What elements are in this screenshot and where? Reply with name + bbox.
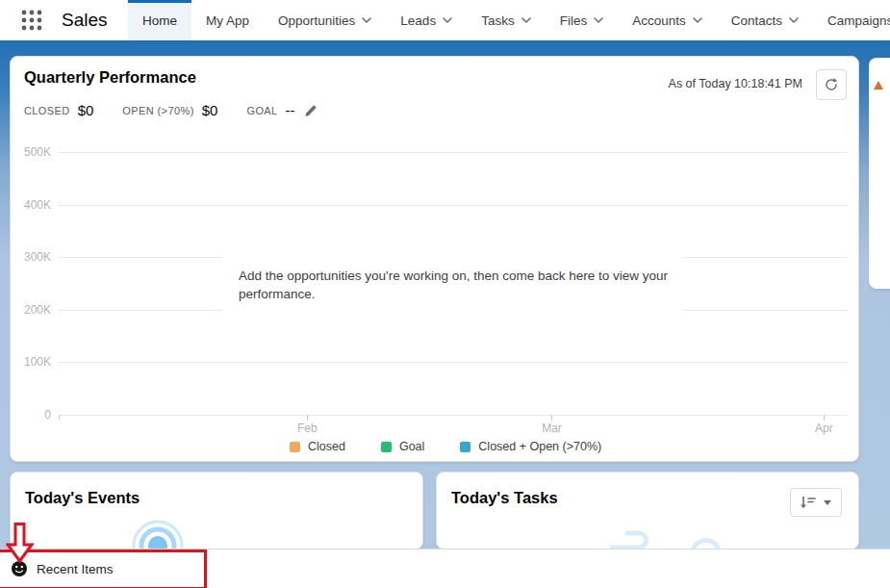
app-launcher-button[interactable] xyxy=(19,8,44,33)
tasks-sort-dropdown-button[interactable] xyxy=(790,488,842,517)
x-axis-tick xyxy=(59,415,60,420)
tab-label: My App xyxy=(206,13,249,28)
legend-label: Closed + Open (>70%) xyxy=(478,440,601,453)
tab-campaigns[interactable]: Campaigns xyxy=(813,0,890,40)
y-axis-label: 400K xyxy=(11,197,51,213)
y-axis-label: 0 xyxy=(11,407,51,422)
chevron-down-icon xyxy=(789,17,799,23)
recent-items-utility-button[interactable]: Recent Items xyxy=(11,560,114,577)
x-axis-tick xyxy=(824,415,825,421)
chart-legend: ClosedGoalClosed + Open (>70%) xyxy=(290,440,601,453)
legend-swatch xyxy=(290,442,300,452)
tab-leads[interactable]: Leads xyxy=(386,0,467,40)
chevron-down-icon xyxy=(521,17,531,23)
tab-label: Opportunities xyxy=(278,13,355,28)
chart-empty-state: Add the opportunities you're working on,… xyxy=(222,249,684,320)
todays-tasks-card: Today's Tasks xyxy=(436,472,859,550)
todays-events-title: Today's Events xyxy=(25,489,140,507)
utility-bar: Recent Items xyxy=(0,549,890,588)
todays-events-card: Today's Events xyxy=(10,472,423,550)
y-axis-label: 100K xyxy=(11,354,51,370)
recent-items-label: Recent Items xyxy=(37,562,114,576)
gridline xyxy=(59,362,848,363)
assistant-flame-icon xyxy=(874,81,883,90)
gridline xyxy=(59,152,848,153)
x-axis-label: Feb xyxy=(284,422,330,435)
tasks-empty-illustration-icon xyxy=(600,525,725,550)
chevron-down-icon xyxy=(443,17,452,23)
tab-files[interactable]: Files xyxy=(546,0,619,40)
chart-empty-message: Add the opportunities you're working on,… xyxy=(239,267,684,304)
y-axis-label: 200K xyxy=(11,302,51,318)
tab-label: Tasks xyxy=(481,13,515,28)
chevron-down-icon xyxy=(693,17,702,23)
tab-tasks[interactable]: Tasks xyxy=(467,0,546,40)
gridline xyxy=(59,205,848,206)
todays-tasks-title: Today's Tasks xyxy=(451,489,558,507)
chart-plot: 500K400K300K200K100K0 Add the opportunit… xyxy=(11,57,858,461)
tab-label: Leads xyxy=(400,13,436,28)
tab-label: Campaigns xyxy=(827,13,890,28)
tab-home[interactable]: Home xyxy=(128,0,191,40)
tab-label: Files xyxy=(560,13,588,28)
smiley-face-icon xyxy=(11,560,28,577)
legend-label: Goal xyxy=(399,440,424,453)
global-nav-bar: Sales HomeMy AppOpportunitiesLeadsTasksF… xyxy=(0,0,890,43)
events-empty-illustration-icon xyxy=(124,515,191,550)
chevron-down-icon xyxy=(594,17,603,23)
legend-swatch xyxy=(460,442,470,452)
tab-my-app[interactable]: My App xyxy=(191,0,264,40)
x-axis-label: Apr xyxy=(801,422,847,435)
sort-descending-icon xyxy=(801,496,816,509)
waffle-grid-icon xyxy=(19,8,44,33)
caret-down-icon xyxy=(824,500,831,505)
x-axis-label: Mar xyxy=(529,422,575,435)
y-axis-label: 300K xyxy=(11,249,51,265)
chevron-down-icon xyxy=(362,17,371,23)
legend-item-goal: Goal xyxy=(381,440,424,453)
legend-label: Closed xyxy=(308,440,345,453)
legend-item-closed-open-70: Closed + Open (>70%) xyxy=(460,440,601,453)
legend-swatch xyxy=(381,442,392,452)
x-axis-tick xyxy=(551,415,552,421)
tab-accounts[interactable]: Accounts xyxy=(618,0,717,40)
legend-item-closed: Closed xyxy=(290,440,345,453)
quarterly-performance-card: Quarterly Performance As of Today 10:18:… xyxy=(10,56,859,462)
nav-tab-bar: HomeMy AppOpportunitiesLeadsTasksFilesAc… xyxy=(128,0,890,40)
tab-opportunities[interactable]: Opportunities xyxy=(264,0,386,40)
app-name: Sales xyxy=(62,10,108,31)
gridline xyxy=(59,415,848,416)
y-axis-label: 500K xyxy=(11,144,51,160)
tab-label: Home xyxy=(142,13,177,28)
x-axis-tick xyxy=(307,415,308,421)
tab-label: Contacts xyxy=(731,13,782,28)
tab-contacts[interactable]: Contacts xyxy=(717,0,813,40)
assistant-side-panel xyxy=(869,58,890,289)
tab-label: Accounts xyxy=(632,13,686,28)
